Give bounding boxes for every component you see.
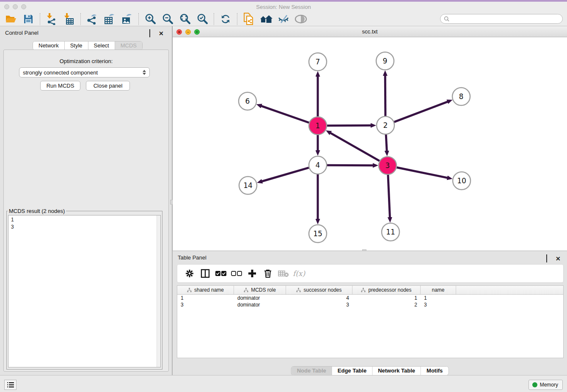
table-panel: Table Panel ✕ (172, 251, 567, 375)
column-header-successor-nodes[interactable]: successor nodes (286, 286, 352, 294)
graph-edge-1-2[interactable] (327, 125, 371, 126)
column-header-name[interactable]: name (421, 286, 456, 294)
tab-mcds[interactable]: MCDS (115, 41, 142, 50)
table-header-row: shared nameMCDS rolesuccessor nodesprede… (177, 286, 563, 295)
graph-edge-2-9[interactable] (385, 75, 385, 116)
svg-text:1: 1 (316, 121, 320, 130)
table-cell: 1 (177, 295, 234, 301)
criterion-select[interactable]: strongly connected component (19, 67, 150, 77)
zoom-in-icon[interactable] (143, 13, 158, 25)
zoom-fit-icon[interactable] (177, 13, 193, 25)
zoom-selected-icon[interactable] (195, 13, 210, 25)
graph-node-8[interactable]: 8 (452, 88, 470, 105)
table-body: 1dominator4113dominator323 (177, 295, 563, 308)
duplicate-network-icon[interactable] (241, 13, 256, 25)
run-mcds-button[interactable]: Run MCDS (40, 81, 80, 91)
network-window-titlebar[interactable]: ✕ − + scc.txt (173, 26, 567, 37)
svg-text:15: 15 (313, 229, 322, 238)
network-window-title: scc.txt (173, 28, 567, 35)
window-titlebar: Session: New Session (0, 2, 567, 12)
float-table-panel-icon[interactable] (546, 255, 552, 260)
graph-edge-1-6[interactable] (261, 106, 309, 123)
search-field[interactable] (440, 14, 563, 24)
graph-edge-2-3[interactable] (386, 135, 387, 151)
toolbar-separator (40, 13, 40, 25)
tab-network-table[interactable]: Network Table (372, 367, 421, 375)
memory-button[interactable]: Memory (528, 380, 563, 390)
table-cell: 1 (352, 295, 421, 301)
graph-node-2[interactable]: 2 (377, 116, 394, 134)
table-cell: 3 (286, 301, 352, 308)
application-window: Session: New Session (0, 0, 567, 392)
column-header-MCDS-role[interactable]: MCDS role (234, 286, 286, 294)
select-stepper-icon (143, 70, 146, 75)
column-header-predecessor-nodes[interactable]: predecessor nodes (352, 286, 421, 294)
memory-label: Memory (540, 382, 558, 388)
graph-node-10[interactable]: 10 (453, 172, 471, 190)
graph-node-11[interactable]: 11 (382, 223, 399, 241)
column-header-label: predecessor nodes (368, 287, 411, 293)
graph-node-3[interactable]: 3 (379, 157, 396, 174)
zoom-out-icon[interactable] (160, 13, 175, 25)
control-panel-title: Control Panel (5, 30, 39, 36)
split-handle[interactable] (170, 200, 173, 204)
show-columns-icon[interactable] (197, 267, 213, 280)
graph-node-7[interactable]: 7 (309, 53, 327, 71)
export-table-icon[interactable] (102, 13, 117, 25)
search-input[interactable] (449, 14, 562, 23)
result-scrollbar[interactable] (157, 215, 160, 367)
table-cell: dominator (234, 301, 286, 308)
tab-node-table[interactable]: Node Table (292, 367, 332, 375)
mcds-result-list[interactable]: 13 (8, 215, 161, 367)
graph-edge-4-3[interactable] (327, 165, 373, 166)
tab-network[interactable]: Network (33, 41, 65, 50)
graph-node-6[interactable]: 6 (239, 92, 256, 110)
export-network-icon[interactable] (85, 13, 100, 25)
unselect-all-icon[interactable] (228, 267, 244, 280)
table-toolbar: f(x) (177, 264, 564, 283)
graph-node-1[interactable]: 1 (309, 117, 327, 135)
graph-node-14[interactable]: 14 (239, 177, 257, 194)
graph-node-9[interactable]: 9 (376, 52, 394, 70)
table-settings-icon[interactable] (182, 267, 197, 280)
column-header-label: successor nodes (303, 287, 341, 293)
table-panel-title: Table Panel (178, 254, 206, 261)
export-image-icon[interactable] (119, 13, 135, 25)
import-table-icon[interactable] (61, 13, 77, 25)
graph-edge-2-8[interactable] (394, 102, 448, 122)
task-history-button[interactable] (4, 380, 17, 390)
graph-node-15[interactable]: 15 (309, 225, 327, 243)
graph-edge-3-11[interactable] (388, 175, 390, 218)
graph-node-4[interactable]: 4 (309, 156, 327, 174)
graph-edge-3-1[interactable] (330, 133, 380, 161)
close-table-panel-icon[interactable]: ✕ (556, 255, 561, 260)
tab-motifs[interactable]: Motifs (421, 367, 448, 375)
delete-table-icon[interactable] (275, 267, 291, 280)
criterion-selected-value: strongly connected component (23, 69, 98, 76)
graph-edge-4-14[interactable] (262, 168, 309, 181)
network-canvas[interactable]: 1234678910111415 (173, 37, 567, 251)
import-network-icon[interactable] (44, 13, 59, 25)
toolbar-separator (80, 13, 81, 25)
float-panel-icon[interactable] (149, 30, 155, 35)
tab-select[interactable]: Select (88, 41, 115, 50)
add-column-icon[interactable] (244, 267, 260, 280)
tab-edge-table[interactable]: Edge Table (332, 367, 372, 375)
table-row[interactable]: 1dominator411 (177, 295, 563, 301)
tab-style[interactable]: Style (65, 41, 88, 50)
save-session-icon[interactable] (21, 13, 36, 25)
hide-details-icon[interactable] (276, 13, 291, 25)
delete-column-icon[interactable] (260, 267, 275, 280)
open-session-icon[interactable] (3, 13, 19, 25)
select-all-icon[interactable] (213, 267, 228, 280)
table-row[interactable]: 3dominator323 (177, 301, 563, 308)
function-builder-icon[interactable]: f(x) (291, 267, 307, 280)
apply-layout-icon[interactable] (218, 13, 233, 25)
graph-edge-3-10[interactable] (397, 167, 448, 178)
column-header-shared-name[interactable]: shared name (177, 286, 234, 294)
mcds-result-group: MCDS result (2 nodes) 13 (6, 208, 162, 370)
close-panel-icon[interactable]: ✕ (159, 30, 164, 35)
birds-eye-view-icon[interactable] (293, 13, 308, 25)
close-panel-button[interactable]: Close panel (86, 81, 130, 91)
home-icon[interactable] (259, 13, 274, 25)
